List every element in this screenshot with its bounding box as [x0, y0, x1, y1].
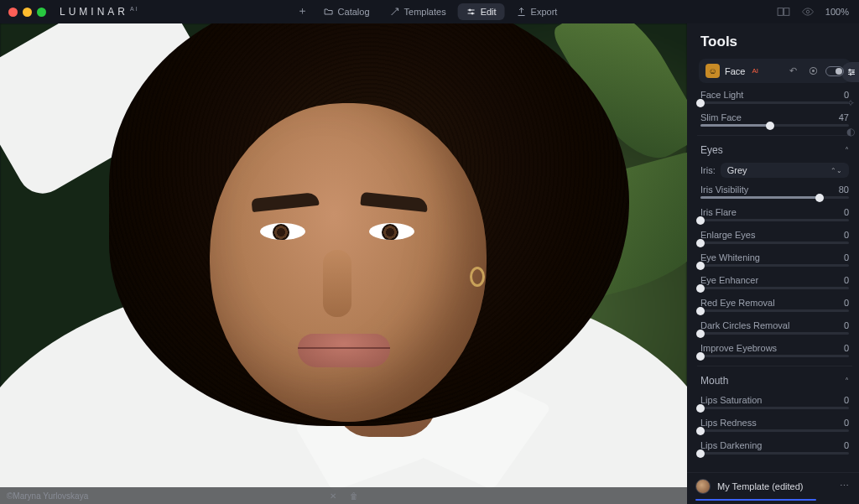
trash-icon[interactable]: 🗑 [350, 491, 358, 501]
slider-enlarge-eyes[interactable]: Enlarge Eyes0 [700, 230, 849, 244]
slider-value: 0 [844, 395, 849, 405]
photo-preview [0, 23, 687, 504]
zoom-level[interactable]: 100% [825, 7, 849, 17]
preview-icon[interactable] [802, 8, 814, 16]
iris-select[interactable]: Grey ⌃⌄ [721, 163, 849, 178]
template-name: My Template (edited) [717, 481, 833, 491]
slider-label: Eye Whitening [700, 252, 760, 262]
slider-value: 0 [844, 275, 849, 285]
panel-settings-button[interactable] [841, 62, 859, 82]
add-button[interactable]: ＋ [294, 3, 312, 20]
tab-templates[interactable]: Templates [382, 3, 455, 20]
section-face-toggle[interactable] [825, 66, 844, 76]
tab-catalog[interactable]: Catalog [315, 3, 378, 20]
slider-lips-redness[interactable]: Lips Redness0 [700, 418, 849, 432]
updown-icon: ⌃⌄ [830, 167, 842, 174]
sliders-icon [846, 67, 856, 77]
slider-label: Dark Circles Removal [700, 320, 789, 330]
ai-indicator-icon: AI [752, 67, 758, 75]
svg-point-0 [469, 9, 471, 11]
slider-value: 0 [844, 230, 849, 240]
svg-rect-2 [778, 8, 783, 16]
svg-point-5 [849, 70, 851, 71]
chevron-up-icon: ˄ [845, 146, 849, 155]
brand-suffix: AI [130, 6, 139, 12]
section-face-header[interactable]: ☺ Face AI ↶ ⦿ [699, 59, 851, 83]
maximize-window-button[interactable] [37, 8, 46, 17]
svg-point-6 [852, 71, 854, 73]
tab-edit-label: Edit [481, 7, 497, 17]
sliders-icon [466, 7, 476, 17]
topbar-right: 100% [777, 7, 849, 17]
undo-icon[interactable]: ↶ [785, 65, 800, 76]
subsection-mouth-title: Mouth [700, 375, 728, 387]
subsection-mouth-header[interactable]: Mouth ˄ [699, 373, 851, 390]
slider-label: Face Light [700, 90, 743, 100]
slider-label: Slim Face [700, 112, 742, 122]
svg-point-1 [471, 13, 473, 14]
slider-label: Lips Darkening [700, 440, 762, 450]
svg-rect-3 [784, 8, 789, 16]
rail-person-icon[interactable]: ◐ [844, 126, 857, 138]
brand-name: LUMINAR [60, 6, 128, 18]
section-face-title: Face [725, 66, 745, 76]
subsection-eyes-header[interactable]: Eyes ˄ [699, 143, 851, 159]
slider-dark-circles[interactable]: Dark Circles Removal0 [700, 320, 849, 335]
subsection-eyes-title: Eyes [700, 144, 723, 156]
slider-value: 0 [844, 207, 849, 217]
slider-red-eye-removal[interactable]: Red Eye Removal0 [700, 298, 849, 312]
compare-icon[interactable] [777, 8, 790, 16]
tab-export[interactable]: Export [508, 3, 566, 20]
image-canvas[interactable]: ©Maryna Yurlovskaya ✕ 🗑 [0, 23, 687, 504]
reset-icon[interactable]: ⦿ [805, 66, 820, 76]
face-badge-icon: ☺ [705, 64, 720, 78]
slider-label: Lips Saturation [700, 395, 762, 405]
slider-label: Iris Visibility [700, 184, 748, 195]
slider-face-light[interactable]: Face Light0 [700, 90, 849, 104]
template-intensity-slider[interactable] [695, 499, 816, 501]
slider-value: 0 [844, 320, 849, 330]
slider-lips-saturation[interactable]: Lips Saturation0 [700, 395, 849, 409]
slider-label: Iris Flare [700, 207, 737, 217]
slider-improve-eyebrows[interactable]: Improve Eyebrows0 [700, 343, 849, 357]
export-icon [517, 7, 527, 17]
title-bar: LUMINARAI ＋ Catalog Templates Edit Expor… [0, 0, 859, 23]
tools-panel: Tools ✧ ◐ ☺ Face AI ↶ ⦿ [687, 23, 859, 504]
chevron-up-icon: ˄ [845, 377, 849, 386]
slider-eye-whitening[interactable]: Eye Whitening0 [700, 252, 849, 267]
iris-select-row: Iris: Grey ⌃⌄ [700, 163, 849, 178]
iris-label: Iris: [700, 165, 716, 175]
canvas-status-bar: ©Maryna Yurlovskaya ✕ 🗑 [0, 487, 687, 504]
slider-eye-enhancer[interactable]: Eye Enhancer0 [700, 275, 849, 289]
template-menu-button[interactable]: ⋯ [840, 481, 851, 491]
folder-icon [324, 7, 334, 17]
tab-edit[interactable]: Edit [458, 3, 505, 20]
slider-iris-flare[interactable]: Iris Flare0 [700, 207, 849, 221]
slider-slim-face[interactable]: Slim Face47 [700, 112, 849, 127]
slider-value: 0 [844, 252, 849, 262]
tab-catalog-label: Catalog [338, 7, 370, 17]
slider-value: 80 [839, 184, 849, 195]
slider-label: Lips Redness [700, 418, 757, 428]
slider-label: Eye Enhancer [700, 275, 758, 285]
panel-title: Tools [699, 23, 851, 59]
photo-credit: ©Maryna Yurlovskaya [7, 491, 88, 501]
slider-value: 0 [844, 298, 849, 308]
svg-point-7 [850, 74, 851, 75]
minimize-window-button[interactable] [23, 8, 32, 17]
slider-label: Improve Eyebrows [700, 343, 777, 353]
close-window-button[interactable] [8, 8, 18, 17]
main-nav: ＋ Catalog Templates Edit Export [294, 3, 566, 20]
slider-value: 0 [844, 440, 849, 450]
svg-point-4 [806, 10, 810, 13]
tab-templates-label: Templates [404, 7, 446, 17]
slider-label: Enlarge Eyes [700, 230, 755, 240]
iris-select-value: Grey [727, 165, 747, 175]
crop-icon[interactable]: ✕ [330, 491, 336, 501]
slider-iris-visibility[interactable]: Iris Visibility80 [700, 184, 849, 199]
app-brand: LUMINARAI [60, 6, 139, 18]
slider-lips-darkening[interactable]: Lips Darkening0 [700, 440, 849, 455]
window-controls [0, 8, 46, 17]
wand-icon [390, 7, 400, 17]
template-thumbnail[interactable] [695, 479, 711, 494]
